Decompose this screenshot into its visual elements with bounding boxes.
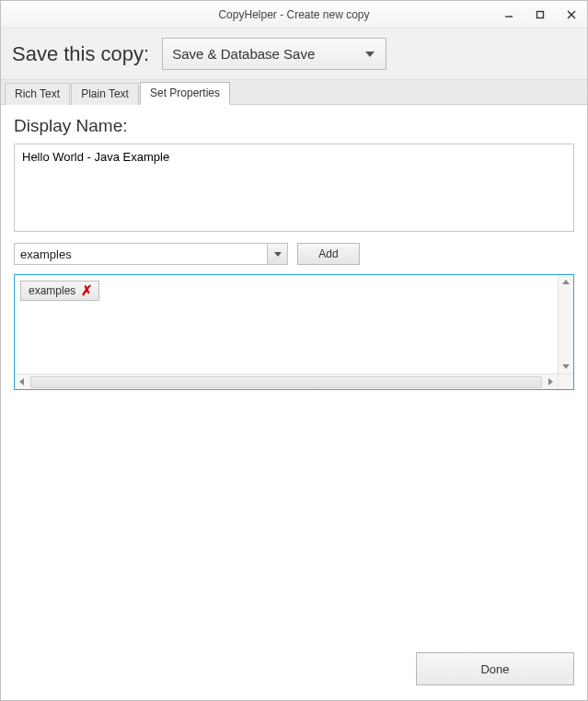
maximize-icon	[536, 10, 545, 19]
category-row: examples Add	[14, 243, 574, 265]
save-copy-label: Save this copy:	[12, 42, 149, 66]
save-mode-combobox[interactable]: Save & Database Save	[162, 38, 386, 70]
maximize-button[interactable]	[525, 1, 556, 29]
scroll-corner	[558, 373, 573, 389]
display-name-label: Display Name:	[14, 116, 574, 136]
category-combobox-value: examples	[15, 244, 267, 264]
tab-plain-text[interactable]: Plain Text	[71, 83, 139, 105]
tag-label: examples	[29, 284, 75, 297]
titlebar: CopyHelper - Create new copy	[1, 1, 587, 29]
scroll-left-icon[interactable]	[15, 374, 29, 390]
done-button[interactable]: Done	[416, 652, 574, 685]
horizontal-scrollbar[interactable]	[15, 373, 558, 389]
display-name-input[interactable]	[14, 144, 574, 232]
header-row: Save this copy: Save & Database Save	[1, 29, 587, 80]
close-button[interactable]	[556, 1, 587, 29]
tags-panel: examples ✗	[14, 274, 574, 390]
tabstrip: Rich Text Plain Text Set Properties	[1, 80, 587, 105]
chevron-down-icon	[365, 52, 375, 57]
close-icon	[567, 10, 576, 19]
svg-rect-1	[537, 12, 544, 18]
scroll-down-icon[interactable]	[559, 360, 573, 373]
footer: Done	[1, 641, 587, 700]
remove-tag-icon[interactable]: ✗	[81, 283, 93, 297]
minimize-button[interactable]	[493, 1, 525, 29]
add-button[interactable]: Add	[297, 243, 360, 265]
tags-container: examples ✗	[15, 275, 558, 373]
tag-chip: examples ✗	[20, 281, 99, 301]
category-combobox-button[interactable]	[267, 244, 287, 264]
scroll-up-icon[interactable]	[559, 275, 573, 289]
save-mode-value: Save & Database Save	[172, 46, 315, 62]
tab-panel-set-properties: Display Name: examples Add examples ✗	[1, 105, 587, 641]
category-combobox[interactable]: examples	[14, 243, 288, 265]
scroll-right-icon[interactable]	[544, 374, 558, 390]
window-frame: CopyHelper - Create new copy Save this c…	[0, 0, 588, 701]
chevron-down-icon	[274, 252, 282, 257]
minimize-icon	[504, 10, 513, 19]
vertical-scrollbar[interactable]	[558, 275, 573, 373]
tab-set-properties[interactable]: Set Properties	[140, 82, 230, 105]
window-controls	[493, 1, 587, 29]
tab-rich-text[interactable]: Rich Text	[5, 83, 70, 105]
scroll-thumb[interactable]	[30, 376, 542, 388]
